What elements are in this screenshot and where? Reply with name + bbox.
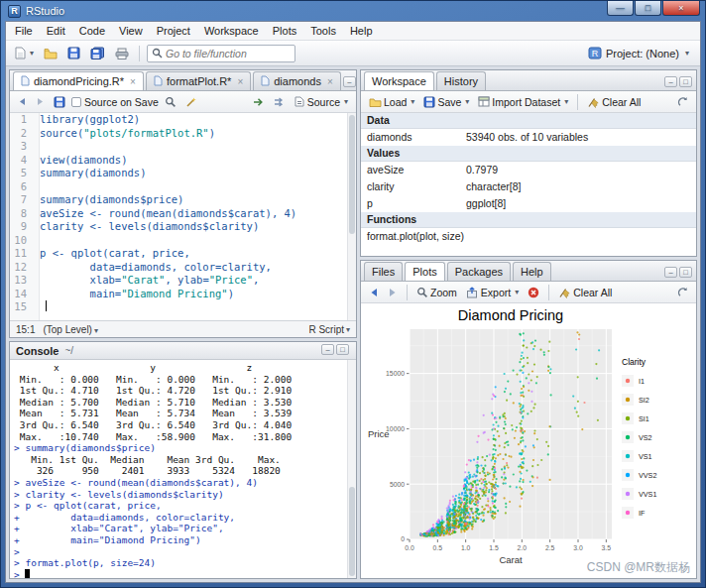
svg-text:IF: IF bbox=[639, 509, 646, 518]
editor-scrollbar[interactable] bbox=[347, 113, 356, 320]
workspace-tabs: WorkspaceHistory – □ bbox=[361, 70, 696, 91]
previous-plot-button[interactable] bbox=[366, 286, 382, 299]
code-text: aveSize <- round(mean(diamonds$carat), 4… bbox=[33, 207, 296, 221]
tab-label: Plots bbox=[412, 266, 436, 278]
code-line: 7summary(diamonds$price) bbox=[10, 193, 356, 207]
object-name: format.plot(plot, size) bbox=[367, 230, 466, 244]
menu-edit[interactable]: Edit bbox=[40, 23, 72, 39]
save-workspace-button[interactable]: Save bbox=[420, 94, 472, 110]
tab-formatplot-r-[interactable]: formatPlot.R*× bbox=[146, 71, 251, 90]
back-button[interactable] bbox=[15, 95, 30, 108]
workspace-row[interactable]: diamonds53940 obs. of 10 variables bbox=[361, 129, 696, 146]
workspace-row[interactable]: aveSize0.7979 bbox=[361, 162, 696, 178]
clear-plots-button[interactable]: Clear All bbox=[555, 285, 615, 300]
find-replace-button[interactable] bbox=[162, 94, 179, 110]
menu-plots[interactable]: Plots bbox=[266, 23, 303, 39]
tab-files[interactable]: Files bbox=[364, 262, 403, 281]
save-all-button[interactable] bbox=[87, 45, 108, 61]
doc-type-selector[interactable]: R Script bbox=[308, 324, 350, 335]
rstudio-window: R RStudio — □ × FileEditCodeViewProjectW… bbox=[0, 0, 706, 588]
load-workspace-button[interactable]: Load bbox=[366, 94, 417, 110]
goto-file-input[interactable] bbox=[166, 48, 285, 59]
menu-view[interactable]: View bbox=[112, 23, 150, 39]
minimize-pane-icon[interactable]: – bbox=[343, 76, 356, 87]
minimize-pane-icon[interactable]: – bbox=[664, 267, 677, 278]
workspace-row[interactable]: pggplot[8] bbox=[361, 195, 696, 212]
tab-workspace[interactable]: Workspace bbox=[364, 71, 434, 90]
next-plot-button[interactable] bbox=[385, 286, 401, 299]
svg-text:0: 0 bbox=[401, 535, 405, 542]
console-line: 3rd Qu.: 6.540 3rd Qu.: 6.540 3rd Qu.: 4… bbox=[14, 419, 352, 431]
print-button[interactable] bbox=[112, 46, 132, 61]
tab-help[interactable]: Help bbox=[513, 262, 551, 281]
code-text: clarity <- levels(diamonds$clarity) bbox=[33, 220, 259, 234]
minimize-window-button[interactable]: — bbox=[607, 1, 634, 16]
close-tab-icon[interactable]: × bbox=[327, 76, 333, 87]
save-source-button[interactable] bbox=[51, 94, 68, 110]
remove-plot-button[interactable] bbox=[525, 285, 542, 300]
tab-label: Help bbox=[521, 266, 543, 278]
menu-code[interactable]: Code bbox=[72, 23, 112, 39]
source-toolbar: Source on Save Source bbox=[10, 91, 356, 113]
maximize-pane-icon[interactable]: □ bbox=[679, 76, 692, 87]
line-number: 14 bbox=[10, 288, 33, 301]
code-text bbox=[33, 140, 46, 154]
workspace-row[interactable]: format.plot(plot, size) bbox=[361, 228, 696, 245]
refresh-plots-button[interactable] bbox=[673, 285, 691, 300]
goto-file-box[interactable] bbox=[147, 45, 295, 62]
forward-button[interactable] bbox=[33, 95, 48, 108]
svg-text:0.0: 0.0 bbox=[405, 544, 414, 551]
tab-packages[interactable]: Packages bbox=[447, 262, 511, 281]
refresh-workspace-button[interactable] bbox=[673, 94, 691, 110]
tab-diamonds[interactable]: diamonds× bbox=[253, 71, 341, 90]
open-file-button[interactable] bbox=[41, 46, 60, 61]
close-tab-icon[interactable]: × bbox=[237, 76, 243, 87]
console-header: Console ~/ – □ bbox=[10, 342, 356, 360]
svg-text:VS1: VS1 bbox=[639, 452, 652, 461]
menu-project[interactable]: Project bbox=[150, 23, 197, 39]
svg-text:2.0: 2.0 bbox=[518, 544, 528, 551]
title-bar[interactable]: R RStudio — □ × bbox=[1, 1, 705, 21]
svg-text:2.5: 2.5 bbox=[545, 544, 555, 551]
maximize-pane-icon[interactable]: □ bbox=[336, 344, 349, 355]
scrollbar-thumb[interactable] bbox=[349, 115, 355, 234]
tab-label: History bbox=[444, 75, 478, 87]
tab-plots[interactable]: Plots bbox=[405, 262, 444, 281]
project-selector[interactable]: R Project: (None) bbox=[583, 45, 694, 61]
scrollbar-thumb[interactable] bbox=[349, 487, 355, 576]
save-button[interactable] bbox=[64, 45, 83, 61]
code-editor[interactable]: 1library(ggplot2)2source("plots/formatPl… bbox=[10, 113, 356, 320]
console-scrollbar[interactable] bbox=[347, 360, 356, 578]
zoom-plot-button[interactable]: Zoom bbox=[413, 285, 460, 300]
minimize-pane-icon[interactable]: – bbox=[321, 344, 334, 355]
tab-diamondpricing-r-[interactable]: diamondPricing.R*× bbox=[13, 71, 144, 90]
export-plot-button[interactable]: Export bbox=[463, 285, 522, 300]
console-line: Mean : 5.731 Mean : 5.734 Mean : 3.539 bbox=[14, 408, 352, 419]
scope-selector[interactable]: (Top Level) bbox=[43, 324, 97, 335]
tab-history[interactable]: History bbox=[436, 71, 486, 90]
console-body[interactable]: x y z Min. : 0.000 Min. : 0.000 Min. : 2… bbox=[10, 360, 356, 578]
console-line: Min. : 0.000 Min. : 0.000 Min. : 2.000 bbox=[14, 374, 352, 386]
menu-workspace[interactable]: Workspace bbox=[197, 23, 266, 39]
close-window-button[interactable]: × bbox=[662, 1, 700, 16]
new-file-button[interactable] bbox=[12, 45, 37, 61]
minimize-pane-icon[interactable]: – bbox=[664, 76, 677, 87]
menu-help[interactable]: Help bbox=[343, 23, 380, 39]
menu-tools[interactable]: Tools bbox=[303, 23, 343, 39]
menu-file[interactable]: File bbox=[8, 23, 40, 39]
code-tools-button[interactable] bbox=[182, 94, 200, 110]
rerun-button[interactable] bbox=[271, 95, 289, 109]
source-menu-button[interactable]: Source bbox=[292, 94, 351, 110]
import-dataset-button[interactable]: Import Dataset bbox=[475, 94, 571, 110]
close-tab-icon[interactable]: × bbox=[130, 76, 136, 87]
run-line-button[interactable] bbox=[250, 95, 268, 109]
clear-workspace-button[interactable]: Clear All bbox=[584, 94, 644, 110]
workspace-row[interactable]: claritycharacter[8] bbox=[361, 178, 696, 195]
maximize-window-button[interactable]: □ bbox=[635, 1, 661, 16]
toolbar-separator bbox=[577, 94, 578, 110]
maximize-pane-icon[interactable]: □ bbox=[679, 267, 692, 278]
rerun-icon bbox=[274, 97, 286, 107]
source-on-save-checkbox[interactable] bbox=[71, 97, 81, 107]
console-line: Max. :10.740 Max. :58.900 Max. :31.800 bbox=[14, 431, 352, 443]
line-number: 8 bbox=[10, 207, 33, 221]
